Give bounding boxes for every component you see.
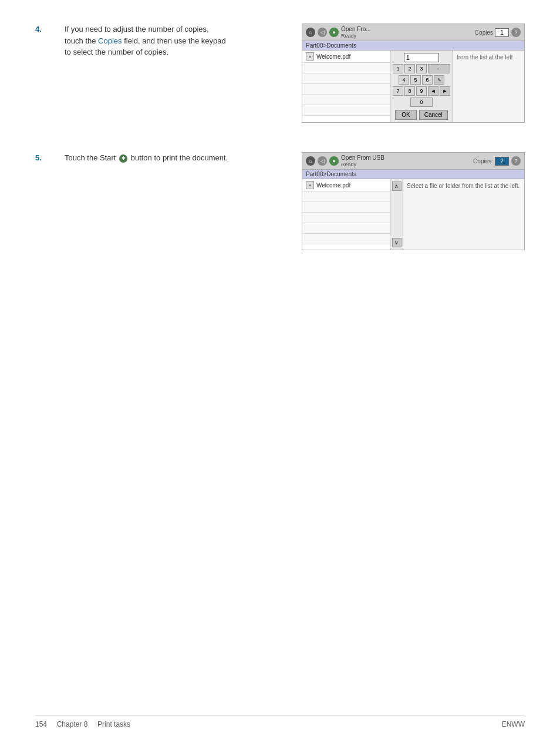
- file-item-empty-2: [302, 73, 390, 84]
- page-footer: 154 Chapter 8 Print tasks ENWW: [35, 715, 525, 728]
- screen2-help-button[interactable]: ?: [511, 156, 521, 166]
- step-5-number: 5.: [35, 153, 53, 162]
- keypad-row-1: 1 2 3 ←: [393, 64, 450, 73]
- help-button[interactable]: ?: [511, 28, 521, 37]
- copies-highlight: Copies: [98, 36, 122, 45]
- key-8[interactable]: 8: [404, 86, 415, 96]
- scroll-down-button[interactable]: ∨: [392, 238, 402, 247]
- back-icon[interactable]: ◁: [318, 28, 327, 37]
- screen2-file-item-empty-2: [302, 202, 390, 213]
- page-content: 4. If you need to adjust the number of c…: [35, 23, 525, 268]
- copies-section: Copies 1: [475, 28, 509, 37]
- screen2-file-list: ≡ Welcome.pdf: [302, 179, 390, 250]
- screen2: ⌂ ◁ ● Open From USB Ready Copies: 2 ? Pa…: [302, 152, 525, 250]
- file-item-empty-1: [302, 63, 390, 73]
- key-6[interactable]: 6: [422, 75, 433, 85]
- step-4-row: 4. If you need to adjust the number of c…: [35, 23, 525, 123]
- key-7[interactable]: 7: [393, 86, 403, 96]
- screen2-file-item-empty-1: [302, 191, 390, 202]
- key-nav-left[interactable]: ◄: [428, 86, 438, 96]
- home-icon[interactable]: ⌂: [306, 28, 315, 37]
- key-1[interactable]: 1: [393, 64, 403, 73]
- screen2-right-panel: Select a file or folder from the list at…: [403, 179, 524, 250]
- file-item-empty-3: [302, 84, 390, 95]
- screen2-breadcrumb: Part00>Documents: [302, 170, 524, 179]
- screen2-copies-label: Copies:: [473, 158, 493, 164]
- ok-button[interactable]: OK: [395, 110, 416, 120]
- keypad-area: 1 1 2 3 ← 4 5 6 ✎: [390, 51, 453, 122]
- key-2[interactable]: 2: [404, 64, 415, 73]
- keypad-display: 1: [404, 53, 439, 62]
- screen2-file-item-empty-4: [302, 223, 390, 234]
- key-nav-right[interactable]: ►: [440, 86, 450, 96]
- footer-right: ENWW: [502, 720, 525, 728]
- key-0[interactable]: 0: [410, 98, 433, 107]
- screen2-screenshot: ⌂ ◁ ● Open From USB Ready Copies: 2 ? Pa…: [302, 152, 525, 250]
- file-item-empty-4: [302, 95, 390, 105]
- screen1-body: ≡ Welcome.pdf 1: [302, 51, 524, 122]
- keypad-row-3: 7 8 9 ◄ ►: [393, 86, 450, 96]
- screen2-titlebar: ⌂ ◁ ● Open From USB Ready Copies: 2 ?: [302, 153, 524, 170]
- copies-value[interactable]: 1: [495, 28, 509, 37]
- screen1-titlebar: ⌂ ◁ ● Open Fro... Ready Copies 1 ?: [302, 24, 524, 41]
- key-3[interactable]: 3: [416, 64, 427, 73]
- screen2-back-icon[interactable]: ◁: [318, 156, 327, 166]
- screen2-file-item-empty-3: [302, 213, 390, 223]
- keypad-row-2: 4 5 6 ✎: [399, 75, 444, 85]
- screen2-copies-value[interactable]: 2: [495, 157, 509, 166]
- screen2-body: ≡ Welcome.pdf ∧ ∨: [302, 179, 524, 250]
- screen1-right-panel: from the list at the left.: [453, 51, 524, 122]
- key-5[interactable]: 5: [410, 75, 421, 85]
- file-item-empty-5: [302, 105, 390, 116]
- screen2-status-icon: ●: [329, 156, 339, 166]
- screen2-copies-section: Copies: 2: [473, 157, 509, 166]
- scroll-column: ∧ ∨: [390, 179, 403, 250]
- screen2-file-item-welcome[interactable]: ≡ Welcome.pdf: [302, 179, 390, 191]
- footer-left: 154 Chapter 8 Print tasks: [35, 720, 130, 728]
- screen2-file-icon: ≡: [306, 181, 314, 189]
- step-4-text: If you need to adjust the number of copi…: [65, 23, 229, 58]
- keypad-actions: OK Cancel: [395, 110, 448, 120]
- scroll-up-button[interactable]: ∧: [392, 182, 402, 191]
- step-5-text: Touch the Start button to print the docu…: [65, 152, 229, 164]
- start-button-icon: [119, 154, 127, 163]
- file-icon: ≡: [306, 52, 314, 61]
- key-9[interactable]: 9: [416, 86, 427, 96]
- key-4[interactable]: 4: [399, 75, 409, 85]
- keypad-row-0: 0: [410, 98, 433, 107]
- status-icon: ●: [329, 28, 339, 37]
- screen1-screenshot: ⌂ ◁ ● Open Fro... Ready Copies 1 ? Part0…: [302, 23, 525, 123]
- screen1-title: Open Fro... Ready: [341, 26, 473, 39]
- step-5-row: 5. Touch the Start button to print the d…: [35, 152, 525, 250]
- screen2-file-item-empty-5: [302, 234, 390, 244]
- screen1: ⌂ ◁ ● Open Fro... Ready Copies 1 ? Part0…: [302, 23, 525, 123]
- file-item-welcome[interactable]: ≡ Welcome.pdf: [302, 51, 390, 63]
- screen2-title: Open From USB Ready: [341, 154, 471, 167]
- screen2-home-icon[interactable]: ⌂: [306, 156, 315, 166]
- screen1-breadcrumb: Part00>Documents: [302, 41, 524, 51]
- cancel-button[interactable]: Cancel: [419, 110, 448, 120]
- step-4-number: 4.: [35, 25, 53, 33]
- key-backspace[interactable]: ←: [428, 64, 450, 73]
- copies-label: Copies: [475, 29, 493, 36]
- key-edit[interactable]: ✎: [434, 75, 444, 85]
- screen1-file-list: ≡ Welcome.pdf: [302, 51, 390, 122]
